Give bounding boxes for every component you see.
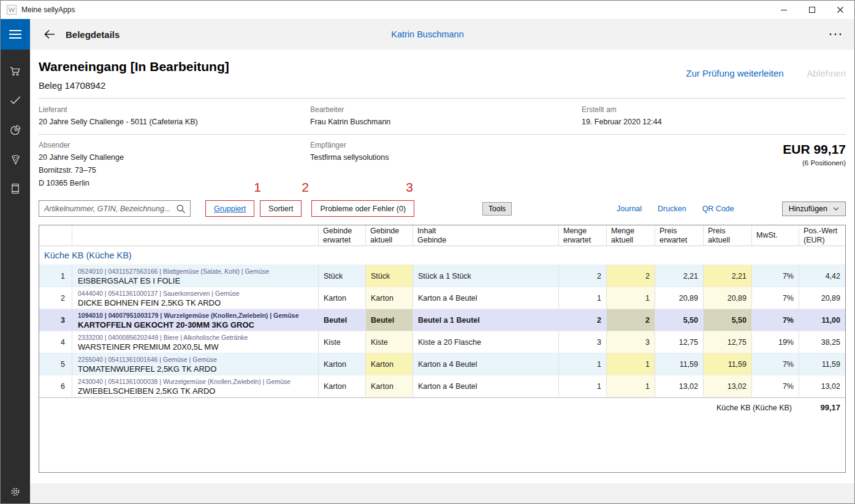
table-row-5[interactable]: 5 2255040 | 05411361001646 | Gemüse | Ge… bbox=[39, 353, 845, 375]
close-button[interactable] bbox=[826, 1, 854, 19]
preis-aktuell-cell[interactable]: 11,59 bbox=[703, 353, 751, 375]
menge-aktuell-cell[interactable]: 1 bbox=[606, 353, 655, 375]
settings-button[interactable] bbox=[1, 486, 30, 498]
field-label: Lieferant bbox=[39, 105, 310, 114]
mwst-cell: 7% bbox=[751, 353, 799, 375]
arrow-left-icon bbox=[43, 28, 56, 40]
field-value: Testfirma sellysolutions bbox=[310, 153, 582, 162]
field-label: Empfänger bbox=[310, 141, 582, 149]
article-name: KARTOFFELN GEKOCHT 20-30MM 3KG GROC bbox=[78, 320, 254, 330]
col-article bbox=[72, 225, 318, 246]
title-bar: Meine sellyApps bbox=[1, 1, 854, 19]
hamburger-icon bbox=[9, 30, 21, 31]
preis-aktuell-cell[interactable]: 5,50 bbox=[703, 309, 751, 331]
inhalt-cell: Kiste a 20 Flasche bbox=[412, 331, 558, 353]
row-number: 4 bbox=[39, 331, 72, 353]
table-row-6[interactable]: 6 2430040 | 05411361000038 | Wurzelgemüs… bbox=[39, 375, 845, 397]
search-box bbox=[39, 200, 191, 217]
menge-erwartet-cell: 1 bbox=[558, 287, 606, 309]
mwst-cell: 19% bbox=[751, 331, 799, 353]
maximize-button[interactable] bbox=[798, 1, 826, 19]
group-footer-total: 99,17 bbox=[797, 403, 845, 412]
reject-button[interactable]: Ablehnen bbox=[807, 68, 846, 78]
drucken-link[interactable]: Drucken bbox=[658, 205, 686, 213]
menge-erwartet-cell: 2 bbox=[558, 265, 606, 287]
window-controls bbox=[770, 1, 854, 19]
article-name: ZWIEBELSCHEIBEN 2,5KG TK ARDO bbox=[78, 386, 215, 396]
sidebar-item-reports[interactable] bbox=[1, 115, 30, 145]
article-name: WARSTEINER PREMIUM 20X0,5L MW bbox=[78, 342, 218, 352]
article-cell: 2255040 | 05411361001646 | Gemüse | Gemü… bbox=[72, 353, 318, 375]
book-icon bbox=[9, 183, 21, 194]
sidebar-item-cart[interactable] bbox=[1, 56, 30, 86]
sidebar-item-tasks[interactable] bbox=[1, 86, 30, 115]
preis-aktuell-cell[interactable]: 12,75 bbox=[703, 331, 751, 353]
positions-toolbar: 1 2 3 Gruppiert Sortiert Probleme oder F… bbox=[39, 200, 846, 217]
menge-aktuell-cell[interactable]: 2 bbox=[606, 309, 655, 331]
grouped-toggle-button[interactable]: Gruppiert bbox=[214, 205, 246, 213]
table-row-1[interactable]: 1 0524010 | 04311527563166 | Blattgemüse… bbox=[39, 265, 845, 287]
menge-aktuell-cell[interactable]: 1 bbox=[606, 287, 655, 309]
menge-aktuell-cell[interactable]: 2 bbox=[606, 265, 655, 287]
annotation-number-2: 2 bbox=[302, 180, 309, 195]
gebinde-aktuell-cell[interactable]: Kiste bbox=[365, 331, 412, 353]
field-lieferant: Lieferant 20 Jahre Selly Challenge - 501… bbox=[39, 105, 310, 127]
field-value: 20 Jahre Selly Challenge - 5011 (Cafeter… bbox=[39, 118, 310, 127]
annotation-box-3: Probleme oder Fehler (0) bbox=[311, 200, 414, 217]
user-link[interactable]: Katrin Buschmann bbox=[391, 29, 463, 39]
sorted-toggle-button[interactable]: Sortiert bbox=[268, 205, 293, 213]
qr-code-link[interactable]: QR Code bbox=[702, 205, 734, 213]
preis-aktuell-cell[interactable]: 13,02 bbox=[703, 375, 751, 397]
more-button[interactable] bbox=[826, 30, 845, 39]
article-meta: 0524010 | 04311527563166 | Blattgemüse (… bbox=[78, 268, 269, 276]
back-button[interactable] bbox=[43, 28, 56, 40]
row-number: 6 bbox=[39, 375, 72, 397]
menge-erwartet-cell: 3 bbox=[558, 331, 606, 353]
table-row-3-selected[interactable]: 3 1094010 | 04007951003179 | Wurzelgemüs… bbox=[39, 309, 845, 331]
gebinde-aktuell-cell[interactable]: Karton bbox=[365, 353, 412, 375]
sidebar-item-catalog[interactable] bbox=[1, 174, 30, 203]
gebinde-aktuell-cell[interactable]: Beutel bbox=[365, 309, 412, 331]
maximize-icon bbox=[808, 6, 816, 13]
preis-erwartet-cell: 2,21 bbox=[655, 265, 703, 287]
mwst-cell: 7% bbox=[751, 309, 799, 331]
preis-aktuell-cell[interactable]: 20,89 bbox=[703, 287, 751, 309]
row-number: 1 bbox=[39, 265, 72, 287]
gebinde-aktuell-cell[interactable]: Karton bbox=[365, 287, 412, 309]
journal-link[interactable]: Journal bbox=[617, 205, 642, 213]
gebinde-aktuell-cell[interactable]: Karton bbox=[365, 375, 412, 397]
menge-aktuell-cell[interactable]: 1 bbox=[606, 375, 655, 397]
info-row-2: Absender 20 Jahre Selly Challenge Bornit… bbox=[39, 135, 846, 188]
search-input[interactable] bbox=[39, 205, 176, 213]
field-label: Bearbeiter bbox=[310, 105, 582, 114]
table-row-4[interactable]: 4 2333200 | 04000856202449 | Biere | Alk… bbox=[39, 331, 845, 353]
field-empfaenger: Empfänger Testfirma sellysolutions bbox=[310, 141, 582, 188]
preis-erwartet-cell: 11,59 bbox=[655, 353, 703, 375]
positions-table: Gebindeerwartet Gebindeaktuell InhaltGeb… bbox=[39, 225, 846, 473]
inhalt-cell: Karton a 4 Beutel bbox=[412, 287, 558, 309]
inhalt-cell: Stück a 1 Stück bbox=[412, 265, 558, 287]
problems-filter-button[interactable]: Probleme oder Fehler (0) bbox=[320, 205, 406, 213]
gebinde-erwartet-cell: Beutel bbox=[318, 309, 365, 331]
add-label: Hinzufügen bbox=[789, 205, 827, 213]
col-menge-aktuell: Mengeaktuell bbox=[606, 225, 655, 246]
menge-aktuell-cell[interactable]: 3 bbox=[606, 331, 655, 353]
tools-button[interactable]: Tools bbox=[482, 202, 512, 216]
article-cell: 0524010 | 04311527563166 | Blattgemüse (… bbox=[72, 265, 318, 287]
forward-for-review-button[interactable]: Zur Prüfung weiterleiten bbox=[686, 68, 783, 78]
minimize-button[interactable] bbox=[770, 1, 798, 19]
preis-erwartet-cell: 20,89 bbox=[655, 287, 703, 309]
address-line: Bornitzstr. 73–75 bbox=[39, 166, 310, 175]
gebinde-aktuell-cell[interactable]: Stück bbox=[365, 265, 412, 287]
pos-wert-cell: 13,02 bbox=[799, 375, 845, 397]
field-absender: Absender 20 Jahre Selly Challenge Bornit… bbox=[39, 141, 310, 188]
add-dropdown-button[interactable]: Hinzufügen bbox=[782, 201, 846, 216]
field-bearbeiter: Bearbeiter Frau Katrin Buschmann bbox=[310, 105, 582, 127]
article-name: DICKE BOHNEN FEIN 2,5KG TK ARDO bbox=[78, 298, 221, 308]
preis-aktuell-cell[interactable]: 2,21 bbox=[703, 265, 751, 287]
article-cell: 2430040 | 05411361000038 | Wurzelgemüse … bbox=[72, 375, 318, 397]
table-row-2[interactable]: 2 0444040 | 05411361000137 | Sauerkonser… bbox=[39, 287, 845, 309]
hamburger-menu-button[interactable] bbox=[1, 19, 30, 50]
group-footer-label: Küche KB (Küche KB) bbox=[39, 404, 797, 412]
sidebar-item-food[interactable] bbox=[1, 145, 30, 174]
